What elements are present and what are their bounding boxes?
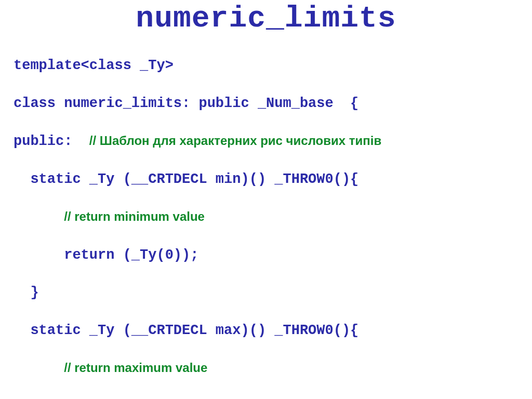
code-line: public: // Шаблон для характерних рис чи… <box>14 132 532 151</box>
code-line: return (_Ty(0)); <box>14 246 532 264</box>
code-comment: // Шаблон для характерних рис числових т… <box>89 134 381 148</box>
code-line: } <box>14 283 532 302</box>
code-line: template<class _Ty> <box>14 56 532 75</box>
code-line: class numeric_limits: public _Num_base { <box>14 94 532 113</box>
code-comment: // return maximum value <box>64 361 207 375</box>
code-comment: // return minimum value <box>64 209 205 223</box>
code-line: static _Ty (__CRTDECL min)() _THROW0(){ <box>14 170 532 189</box>
code-line: static _Ty (__CRTDECL max)() _THROW0(){ <box>14 321 532 340</box>
code-line: // return maximum value <box>14 359 532 378</box>
code-block: template<class _Ty> class numeric_limits… <box>0 35 532 399</box>
slide-title: numeric_limits <box>0 0 532 35</box>
code-line: return (_Ty(0)); <box>14 397 532 399</box>
code-keyword: public: <box>14 134 72 149</box>
code-line: // return minimum value <box>14 208 532 227</box>
